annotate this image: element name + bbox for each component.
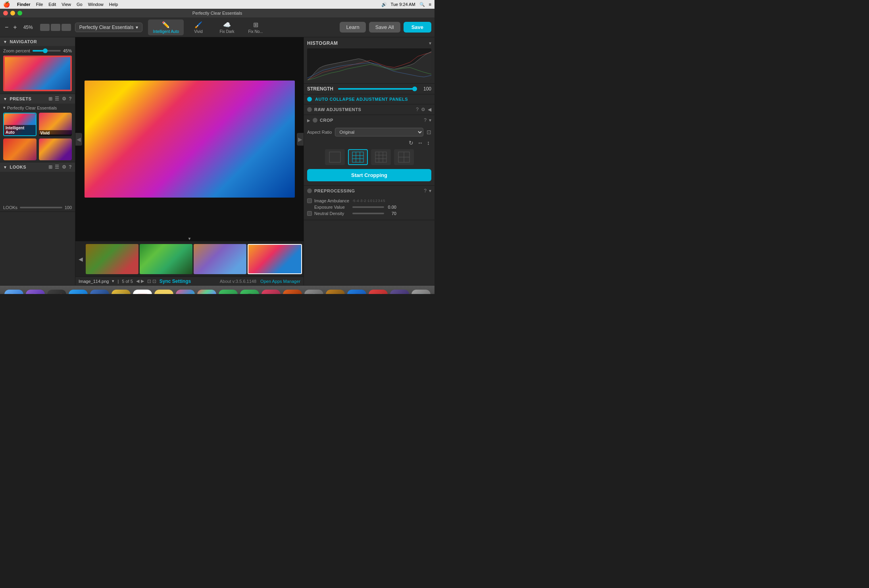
maximize-button[interactable] <box>17 11 22 15</box>
preset-item-intelligent-auto[interactable]: Intelligent Auto <box>3 113 37 136</box>
canvas-right-arrow[interactable]: ▶ <box>297 133 304 146</box>
crop-help-icon[interactable]: ? <box>424 117 427 123</box>
dock-books[interactable]: 📚 <box>283 290 302 294</box>
help-icon[interactable]: ? <box>416 107 419 112</box>
open-apps-button[interactable]: Open Apps Manager <box>260 279 300 284</box>
dock-launchpad[interactable]: 🚀 <box>47 290 66 294</box>
menubar-control-icon[interactable]: ≡ <box>429 2 431 7</box>
rotate-icon[interactable]: ↻ <box>409 140 413 146</box>
film-thumb-1[interactable] <box>86 244 138 274</box>
zoom-slider[interactable] <box>33 50 61 52</box>
exposure-slider[interactable] <box>352 206 384 208</box>
filmstrip-left-arrow[interactable]: ◀ <box>77 254 85 264</box>
dock-reeder[interactable]: ⚡ <box>369 290 388 294</box>
presets-grid-icon[interactable]: ⊞ <box>48 96 53 102</box>
aspect-ratio-select[interactable]: Original 1:1 4:3 16:9 <box>335 128 423 136</box>
preset-item-3[interactable] <box>3 138 37 160</box>
looks-slider[interactable] <box>20 207 62 208</box>
presets-sub-header[interactable]: ▾ Perfectly Clear Essentials <box>3 105 72 110</box>
crop-grid-rule-of-thirds[interactable] <box>348 149 368 165</box>
strength-slider[interactable] <box>338 88 417 90</box>
menubar-help[interactable]: Help <box>109 2 118 7</box>
dock-blue-app[interactable]: 🔵 <box>347 290 366 294</box>
looks-grid-icon[interactable]: ⊞ <box>48 164 53 170</box>
dock-music[interactable]: 🎵 <box>261 290 281 294</box>
looks-settings-icon[interactable]: ⚙ <box>62 164 67 170</box>
dock-photos[interactable]: 🌸 <box>197 290 216 294</box>
view-split[interactable] <box>51 24 60 31</box>
dock-safari[interactable]: 🧭 <box>69 290 88 294</box>
zoom-out-button[interactable]: − <box>3 22 10 33</box>
next-arrow[interactable]: ▶ <box>141 279 144 284</box>
film-thumb-2[interactable] <box>140 244 192 274</box>
raw-adjustments-header[interactable]: RAW ADJUSTMENTS ? ⚙ ◀ <box>304 104 434 115</box>
canvas-bottom-arrow[interactable]: ▼ <box>188 236 192 241</box>
film-thumb-4[interactable] <box>248 244 302 274</box>
menubar-window[interactable]: Window <box>88 2 104 7</box>
preset-selector[interactable]: Perfectly Clear Essentials ▾ <box>75 23 143 32</box>
settings-icon[interactable]: ⚙ <box>421 107 425 112</box>
prev-arrow[interactable]: ◀ <box>136 279 139 284</box>
minimize-button[interactable] <box>10 11 15 15</box>
dock-sigma[interactable]: Σ <box>390 290 409 294</box>
menubar-finder[interactable]: Finder <box>17 2 31 7</box>
crop-grid-none[interactable] <box>325 149 345 165</box>
crop-grid-center[interactable] <box>394 149 414 165</box>
image-ambulance-checkbox[interactable] <box>307 198 312 203</box>
dock-perfectly-clear[interactable]: 📷 <box>326 290 345 294</box>
sync-icon-1[interactable]: ⊡ <box>147 279 151 284</box>
menubar-search-icon[interactable]: 🔍 <box>419 2 425 7</box>
learn-button[interactable]: Learn <box>340 22 365 33</box>
chevron-down-icon[interactable]: ▾ <box>112 279 114 284</box>
dock-calendar[interactable]: 📅 <box>133 290 152 294</box>
preprocessing-header[interactable]: PREPROCESSING ? ▾ <box>304 186 434 196</box>
dock-trash[interactable]: 🗑️ <box>411 290 431 294</box>
menubar-go[interactable]: Go <box>77 2 83 7</box>
film-thumb-3[interactable] <box>194 244 246 274</box>
dock-files[interactable]: 📂 <box>176 290 195 294</box>
close-button[interactable] <box>3 11 8 15</box>
dock-finder[interactable]: 🔍 <box>4 290 23 294</box>
tool-fix-dark[interactable]: ☁️ Fix Dark <box>213 19 241 35</box>
prep-help-icon[interactable]: ? <box>424 188 427 194</box>
apple-menu[interactable]: 🍎 <box>3 1 10 8</box>
dock-notes[interactable]: 📝 <box>112 290 131 294</box>
chevron-left-icon[interactable]: ◀ <box>428 107 431 112</box>
dock-system-prefs[interactable]: ⚙️ <box>304 290 323 294</box>
neutral-density-slider[interactable] <box>352 213 384 214</box>
sync-icon-2[interactable]: ⊡ <box>152 279 156 284</box>
dock-messages[interactable]: 💬 <box>240 290 259 294</box>
navigator-header[interactable]: ▼ NAVIGATOR <box>0 37 75 46</box>
presets-settings-icon[interactable]: ⚙ <box>62 96 67 102</box>
dock-facetime[interactable]: 📹 <box>219 290 238 294</box>
auto-collapse-row[interactable]: AUTO COLLAPSE ADJUSTMENT PANELS <box>304 94 434 104</box>
view-single[interactable] <box>40 24 50 31</box>
canvas-left-arrow[interactable]: ◀ <box>75 133 82 146</box>
save-all-button[interactable]: Save All <box>369 22 400 33</box>
dock-siri[interactable]: 🔮 <box>26 290 45 294</box>
looks-help-icon[interactable]: ? <box>69 164 72 170</box>
crop-grid-diagonal[interactable] <box>371 149 391 165</box>
dock-stickies[interactable]: 🗒️ <box>154 290 173 294</box>
preset-item-4[interactable] <box>39 138 72 160</box>
menubar-edit[interactable]: Edit <box>48 2 56 7</box>
presets-header[interactable]: ▼ PRESETS ⊞ ☰ ⚙ ? <box>0 94 75 104</box>
view-grid[interactable] <box>62 24 71 31</box>
looks-header[interactable]: ▼ LOOKS ⊞ ☰ ⚙ ? <box>0 162 75 172</box>
presets-list-icon[interactable]: ☰ <box>55 96 60 102</box>
dock-mail[interactable]: ✉️ <box>90 290 109 294</box>
looks-list-icon[interactable]: ☰ <box>55 164 60 170</box>
crop-chevron-icon[interactable]: ▾ <box>429 117 431 123</box>
neutral-density-checkbox[interactable] <box>307 211 312 216</box>
preset-item-vivid[interactable]: Vivid ☆ <box>39 113 72 136</box>
tool-fix-noise[interactable]: ⊞ Fix No... <box>242 19 269 35</box>
crop-header[interactable]: ▶ CROP ? ▾ <box>304 115 434 125</box>
tool-intelligent-auto[interactable]: ✏️ Intelligent Auto <box>148 19 184 35</box>
flip-h-icon[interactable]: ↔ <box>417 140 423 146</box>
menubar-file[interactable]: File <box>36 2 43 7</box>
menubar-view[interactable]: View <box>62 2 71 7</box>
start-cropping-button[interactable]: Start Cropping <box>307 169 431 181</box>
save-button[interactable]: Save <box>404 22 431 33</box>
flip-v-icon[interactable]: ↕ <box>427 140 430 146</box>
crop-reset-icon[interactable]: ⊡ <box>427 129 431 135</box>
